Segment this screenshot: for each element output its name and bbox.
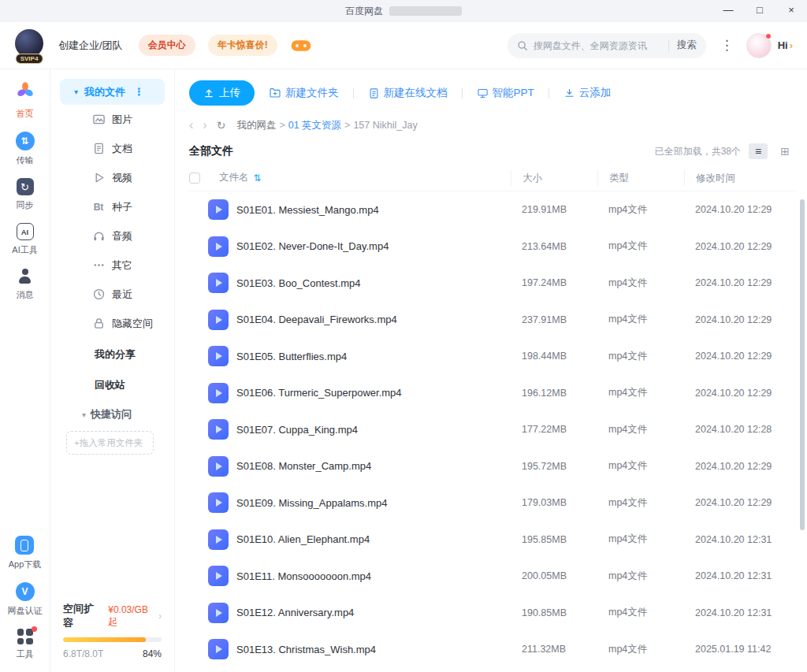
file-name[interactable]: S01E12. Anniversary.mp4 [236, 607, 511, 618]
smart-ppt-label: 智能PPT [493, 86, 534, 100]
column-modified[interactable]: 修改时间 [684, 170, 794, 186]
expand-storage-price[interactable]: ¥0.03/GB起 [108, 604, 157, 629]
sync-icon: ↻ [17, 178, 34, 195]
file-name[interactable]: S01E09. Missing_Appalams.mp4 [236, 497, 511, 509]
back-icon[interactable]: ‹ [189, 119, 193, 132]
caret-down-icon[interactable]: ▾ [74, 87, 78, 96]
sidebar-label: 种子 [112, 200, 132, 214]
file-name[interactable]: S01E10. Alien_Elephant.mp4 [236, 533, 511, 545]
rail-item-app-download[interactable]: App下载 [9, 536, 42, 570]
my-files-menu-icon[interactable]: ⋮ [134, 86, 144, 98]
sidebar-item-my-share[interactable]: 我的分享 [50, 340, 174, 369]
storage-usage: 6.8T/8.0T [63, 648, 103, 659]
file-row[interactable]: S01E04. Deepavali_Fireworks.mp4 237.91MB… [189, 302, 794, 339]
file-name[interactable]: S01E03. Boo_Contest.mp4 [236, 277, 511, 289]
file-name[interactable]: S01E13. Christmas_Wish.mp4 [236, 644, 511, 655]
file-row[interactable]: S01E07. Cuppa_King.mp4 177.22MB mp4文件 20… [189, 411, 794, 448]
sort-icon[interactable]: ⇅ [254, 173, 262, 184]
baidu-netdisk-window: 百度网盘 — □ × SVIP4 创建企业/团队 会员中心 年卡惊喜价! 搜 [0, 0, 807, 672]
game-center-icon[interactable] [290, 39, 312, 53]
file-type: mp4文件 [597, 496, 684, 510]
search-input[interactable] [534, 40, 660, 51]
mp4-file-icon [208, 492, 229, 513]
rail-label-transfer: 传输 [17, 154, 34, 166]
breadcrumb-root[interactable]: 我的网盘 [236, 119, 276, 132]
file-name[interactable]: S01E06. Turmeric_Superpower.mp4 [236, 387, 511, 399]
file-row[interactable]: S01E02. Never-Done-It_Day.mp4 213.64MB m… [189, 228, 794, 265]
rail-item-messages[interactable]: 消息 [17, 268, 34, 301]
maximize-button[interactable]: □ [744, 0, 775, 22]
file-name[interactable]: S01E01. Messiest_Mango.mp4 [236, 204, 511, 216]
user-account[interactable]: Hi › [746, 33, 793, 58]
scrollbar-thumb[interactable] [800, 199, 805, 530]
rail-item-transfer[interactable]: ⇅ 传输 [16, 132, 35, 166]
sidebar-item-pictures[interactable]: 图片 [50, 105, 174, 134]
file-modified: 2024.10.20 12:29 [684, 314, 794, 325]
file-row[interactable]: S01E06. Turmeric_Superpower.mp4 196.12MB… [189, 375, 794, 412]
sidebar-item-hidden-space[interactable]: 隐藏空间 [50, 309, 174, 338]
file-name[interactable]: S01E08. Monster_Camp.mp4 [236, 460, 511, 472]
smart-ppt-button[interactable]: 智能PPT [477, 86, 534, 100]
file-row[interactable]: S01E03. Boo_Contest.mp4 197.24MB mp4文件 2… [189, 265, 794, 302]
file-row[interactable]: S01E01. Messiest_Mango.mp4 219.91MB mp4文… [189, 191, 794, 228]
file-row[interactable]: S01E08. Monster_Camp.mp4 195.72MB mp4文件 … [189, 448, 794, 485]
file-name[interactable]: S01E02. Never-Done-It_Day.mp4 [236, 240, 511, 252]
chevron-right-icon[interactable]: › [158, 611, 162, 622]
column-type[interactable]: 类型 [597, 170, 684, 186]
sidebar-item-others[interactable]: 其它 [50, 251, 174, 280]
sidebar-item-recycle-bin[interactable]: 回收站 [50, 370, 174, 399]
upload-button[interactable]: 上传 [189, 80, 255, 106]
sidebar-item-videos[interactable]: 视频 [50, 163, 174, 192]
sidebar-item-documents[interactable]: 文档 [50, 134, 174, 163]
file-name[interactable]: S01E04. Deepavali_Fireworks.mp4 [236, 314, 511, 325]
breadcrumb: ‹ › ↻ 我的网盘 > 01 英文资源 > 157 Nikhil_Jay [189, 114, 794, 136]
file-type: mp4文件 [597, 313, 684, 326]
account-logo[interactable]: SVIP4 [13, 28, 46, 64]
list-view-icon[interactable]: ≡ [749, 143, 768, 159]
my-files-label: 我的文件 [84, 85, 134, 99]
rail-item-tools[interactable]: 工具 [17, 629, 34, 660]
rail-item-sync[interactable]: ↻ 同步 [17, 178, 34, 211]
sidebar-item-torrents[interactable]: Bt 种子 [50, 192, 174, 221]
caret-down-icon: ▾ [82, 410, 86, 419]
file-row[interactable]: S01E13. Christmas_Wish.mp4 211.32MB mp4文… [189, 631, 794, 668]
member-center-button[interactable]: 会员中心 [139, 35, 195, 56]
file-row[interactable]: S01E12. Anniversary.mp4 190.85MB mp4文件 2… [189, 595, 794, 632]
file-row[interactable]: S01E11. Monsooooooon.mp4 200.05MB mp4文件 … [189, 558, 794, 595]
column-size[interactable]: 大小 [511, 170, 597, 186]
column-name[interactable]: 文件名 [219, 171, 249, 184]
create-team-button[interactable]: 创建企业/团队 [58, 39, 123, 53]
rail-item-ai-tools[interactable]: AI AI工具 [12, 223, 37, 256]
file-name[interactable]: S01E05. Butterflies.mp4 [236, 351, 511, 362]
upload-label: 上传 [219, 86, 240, 100]
cloud-add-button[interactable]: 云添加 [563, 86, 612, 100]
sidebar-item-recent[interactable]: 最近 [50, 280, 174, 309]
file-row[interactable]: S01E05. Butterflies.mp4 198.44MB mp4文件 2… [189, 338, 794, 375]
new-online-doc-button[interactable]: 新建在线文档 [368, 86, 448, 100]
rail-item-home[interactable]: 首页 [15, 80, 35, 120]
sidebar-item-audio[interactable]: 音频 [50, 221, 174, 251]
select-all-checkbox[interactable] [189, 173, 200, 184]
forward-icon[interactable]: › [203, 119, 206, 132]
file-row[interactable]: S01E10. Alien_Elephant.mp4 195.85MB mp4文… [189, 522, 794, 559]
close-button[interactable]: × [775, 0, 807, 22]
year-card-button[interactable]: 年卡惊喜价! [208, 35, 277, 56]
sidebar-item-my-files[interactable]: ▾ 我的文件 ⋮ [60, 79, 165, 105]
file-size: 237.91MB [511, 314, 597, 325]
more-menu-icon[interactable]: ⋮ [720, 37, 734, 54]
drop-folder-hint[interactable]: +拖入常用文件夹 [66, 431, 154, 455]
search-button[interactable]: 搜索 [677, 39, 697, 52]
grid-view-icon[interactable]: ⊞ [775, 143, 794, 159]
new-folder-button[interactable]: 新建文件夹 [269, 86, 339, 100]
search-box[interactable]: 搜索 [508, 33, 706, 58]
minimize-button[interactable]: — [712, 0, 744, 22]
rail-item-verify[interactable]: V 网盘认证 [8, 582, 43, 617]
file-name[interactable]: S01E07. Cuppa_King.mp4 [236, 424, 511, 436]
sidebar-item-quick-access[interactable]: ▾ 快捷访问 [50, 401, 174, 428]
sidebar-label: 文档 [112, 142, 132, 156]
file-row[interactable]: S01E09. Missing_Appalams.mp4 179.03MB mp… [189, 485, 794, 522]
file-name[interactable]: S01E11. Monsooooooon.mp4 [236, 570, 511, 582]
breadcrumb-parent[interactable]: 01 英文资源 [288, 119, 341, 132]
messages-icon [17, 268, 34, 285]
refresh-icon[interactable]: ↻ [217, 120, 226, 131]
